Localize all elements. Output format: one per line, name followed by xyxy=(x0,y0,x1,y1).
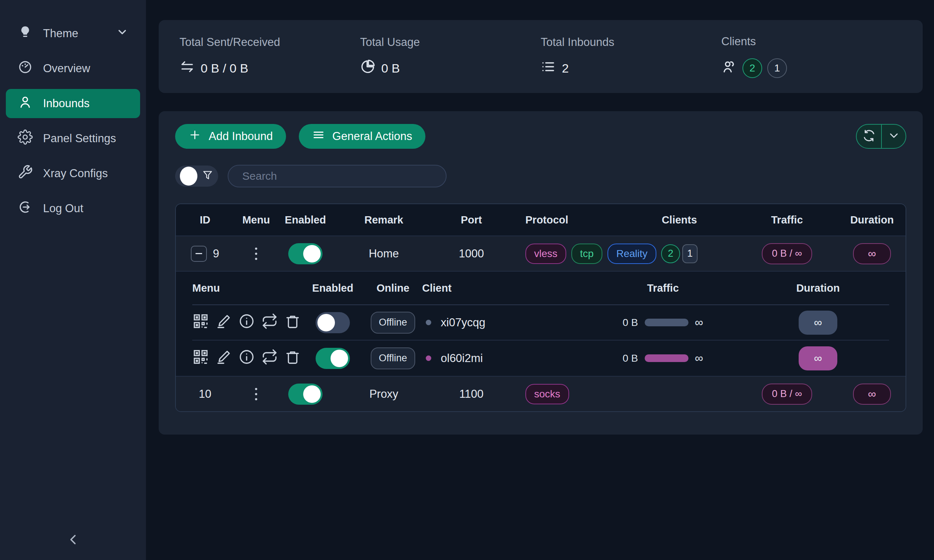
app-root: Theme Overview xyxy=(0,0,934,560)
info-icon[interactable] xyxy=(238,349,255,368)
sidebar-item-panel-settings[interactable]: Panel Settings xyxy=(6,124,140,153)
search-row xyxy=(175,165,906,188)
add-inbound-button[interactable]: Add Inbound xyxy=(175,124,286,149)
sidebar-item-logout[interactable]: Log Out xyxy=(6,194,140,223)
client-row: Offline xi07ycqg 0 B ∞ ∞ xyxy=(192,305,889,340)
gauge-icon xyxy=(17,59,33,78)
col-header-duration: Duration xyxy=(747,282,889,294)
toolbar: Add Inbound General Actions xyxy=(175,124,906,149)
info-icon[interactable] xyxy=(238,313,255,332)
sidebar-item-inbounds[interactable]: Inbounds xyxy=(6,89,140,118)
sidebar-item-label: Overview xyxy=(43,62,90,75)
sidebar-item-overview[interactable]: Overview xyxy=(6,54,140,83)
stat-label: Total Usage xyxy=(360,36,541,49)
edit-icon[interactable] xyxy=(215,313,232,332)
inbound-port: 1000 xyxy=(435,247,508,260)
stat-value: 0 B xyxy=(381,61,400,75)
filter-toggle[interactable] xyxy=(175,166,218,187)
table-row: 9 Home 1000 vless tcp Reality xyxy=(176,235,906,271)
client-count-badge: 1 xyxy=(767,58,787,78)
client-count-enabled-badge: 2 xyxy=(661,244,680,263)
stat-label: Total Sent/Received xyxy=(179,36,360,49)
sidebar: Theme Overview xyxy=(0,0,146,560)
inbound-id: 10 xyxy=(176,388,234,401)
edit-icon[interactable] xyxy=(215,349,232,368)
col-header-remark: Remark xyxy=(333,214,435,226)
inbounds-panel: Add Inbound General Actions xyxy=(159,111,923,435)
collapse-row-button[interactable] xyxy=(191,246,207,262)
sidebar-item-label: Panel Settings xyxy=(43,132,116,145)
traffic-limit: ∞ xyxy=(695,316,703,329)
client-count-online-badge: 2 xyxy=(743,58,762,78)
col-header-port: Port xyxy=(435,214,508,226)
client-name: xi07ycqg xyxy=(441,316,485,329)
col-header-menu: Menu xyxy=(192,282,302,294)
client-enabled-toggle[interactable] xyxy=(316,312,350,333)
traffic-used: 0 B xyxy=(623,352,638,364)
inbound-remark: Home xyxy=(333,247,435,260)
theme-selector[interactable]: Theme xyxy=(6,19,140,48)
refresh-button[interactable] xyxy=(857,125,881,148)
inbound-enabled-toggle[interactable] xyxy=(288,243,322,264)
col-header-protocol: Protocol xyxy=(508,214,624,226)
expanded-client-section: Menu Enabled Online Client Traffic Durat… xyxy=(176,271,906,376)
refresh-split-button xyxy=(856,124,906,149)
col-header-enabled: Enabled xyxy=(278,214,333,226)
reset-traffic-icon[interactable] xyxy=(261,349,278,368)
traffic-progress-bar xyxy=(645,318,689,326)
protocol-badge: vless xyxy=(526,243,566,264)
stat-label: Clients xyxy=(721,35,902,48)
pie-chart-icon xyxy=(360,59,375,77)
client-name: ol60i2mi xyxy=(441,352,483,365)
delete-icon[interactable] xyxy=(284,313,301,332)
client-enabled-toggle[interactable] xyxy=(316,348,350,369)
online-status-badge: Offline xyxy=(371,312,415,334)
client-table-header-row: Menu Enabled Online Client Traffic Durat… xyxy=(192,272,889,305)
traffic-badge: 0 B / ∞ xyxy=(762,383,812,405)
traffic-limit: ∞ xyxy=(695,351,703,365)
qrcode-icon[interactable] xyxy=(192,349,209,368)
qrcode-icon[interactable] xyxy=(192,313,209,332)
sidebar-collapse-button[interactable] xyxy=(61,529,85,552)
chevron-down-icon xyxy=(887,129,900,144)
refresh-options-button[interactable] xyxy=(881,125,906,148)
wrench-icon xyxy=(17,165,33,183)
gear-icon xyxy=(17,129,33,148)
swap-arrows-icon xyxy=(179,59,195,77)
hamburger-icon xyxy=(312,128,325,145)
sidebar-item-label: Xray Configs xyxy=(43,167,108,180)
col-header-traffic: Traffic xyxy=(734,214,840,226)
col-header-online: Online xyxy=(364,282,422,294)
refresh-icon xyxy=(863,129,875,144)
search-input[interactable] xyxy=(228,165,447,188)
protocol-badge: socks xyxy=(526,384,569,404)
add-inbound-label: Add Inbound xyxy=(209,130,273,143)
row-menu-button[interactable] xyxy=(253,386,259,403)
sidebar-item-label: Log Out xyxy=(43,202,83,215)
stat-value: 2 xyxy=(562,61,569,75)
row-menu-button[interactable] xyxy=(253,245,259,262)
inbound-enabled-toggle[interactable] xyxy=(288,383,322,405)
sidebar-item-xray-configs[interactable]: Xray Configs xyxy=(6,159,140,188)
general-actions-button[interactable]: General Actions xyxy=(299,124,425,149)
duration-badge: ∞ xyxy=(853,383,891,405)
main-content: Total Sent/Received 0 B / 0 B Total Usag… xyxy=(146,0,934,560)
client-color-dot xyxy=(426,355,431,361)
col-header-menu: Menu xyxy=(234,214,278,226)
inbound-port: 1100 xyxy=(435,388,508,401)
list-icon xyxy=(541,59,556,77)
stat-total-inbounds: Total Inbounds 2 xyxy=(541,36,721,77)
traffic-badge: 0 B / ∞ xyxy=(762,243,812,264)
traffic-progress-bar xyxy=(645,354,689,362)
duration-badge: ∞ xyxy=(798,311,837,335)
duration-badge: ∞ xyxy=(853,243,891,264)
stat-value: 0 B / 0 B xyxy=(201,61,248,75)
reset-traffic-icon[interactable] xyxy=(261,313,278,332)
users-icon xyxy=(721,59,737,77)
client-count-disabled-badge: 1 xyxy=(682,244,698,263)
stat-total-sent-received: Total Sent/Received 0 B / 0 B xyxy=(179,36,360,77)
sidebar-item-label: Inbounds xyxy=(43,97,90,110)
delete-icon[interactable] xyxy=(284,349,301,368)
protocol-badge: tcp xyxy=(571,243,603,264)
inbound-id: 9 xyxy=(213,247,219,260)
